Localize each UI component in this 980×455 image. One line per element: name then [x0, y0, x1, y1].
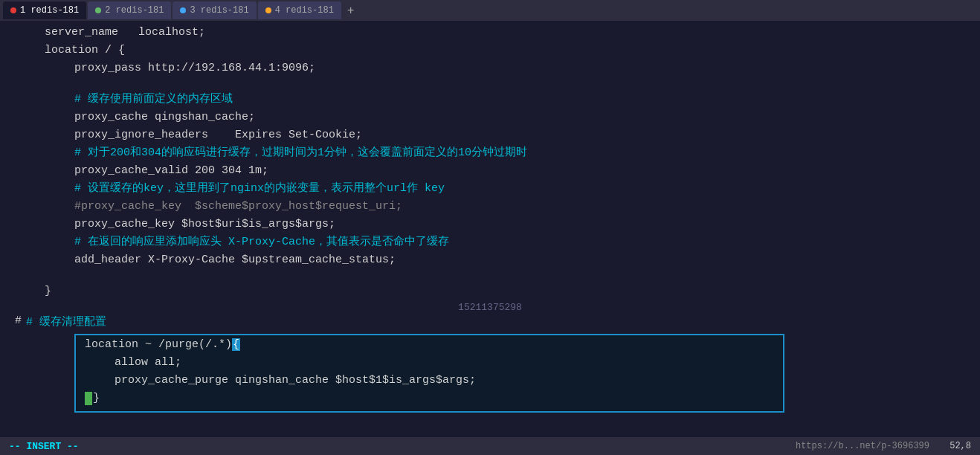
line-proxy-cache: proxy_cache qingshan_cache; [15, 109, 965, 126]
purge-line-3: proxy_cache_purge qingshan_cache $host$1… [85, 374, 774, 392]
cursor-highlight: { [232, 338, 240, 351]
tab-4-label: 4 redis-181 [275, 5, 334, 16]
code-content: server_name localhost; location / { prox… [0, 24, 980, 300]
tab-1-label: 1 redis-181 [20, 5, 79, 16]
line-comment-key: # 设置缓存的key，这里用到了nginx的内嵌变量，表示用整个url作 key [15, 180, 965, 198]
tab-3[interactable]: 3 redis-181 [173, 1, 256, 19]
purge-section: # # 缓存清理配置 location ~ /purge(/.*){ allow… [0, 314, 980, 413]
green-cursor [85, 392, 92, 405]
position-display: 52,8 [950, 441, 971, 451]
tab-1[interactable]: 1 redis-181 [3, 1, 86, 19]
insert-mode-label: -- INSERT -- [9, 441, 79, 452]
purge-close-line: } [85, 392, 774, 410]
line-close-brace: } [15, 283, 965, 300]
line-add-header: add_header X-Proxy-Cache $upstream_cache… [15, 251, 965, 269]
empty-line-1 [15, 77, 965, 91]
purge-line-2: allow all; [85, 356, 774, 374]
line-cache-key-active: proxy_cache_key $host$uri$is_args$args; [15, 216, 965, 233]
empty-line-2 [15, 269, 965, 283]
line-comment-header: # 在返回的响应里添加响应头 X-Proxy-Cache，其值表示是否命中了缓存 [15, 233, 965, 251]
line-comment-cache: # 缓存使用前面定义的内存区域 [15, 91, 965, 109]
tab-3-label: 3 redis-181 [190, 5, 248, 16]
url-display: https://b...net/p-3696399 [796, 441, 929, 451]
purge-comment-line: # # 缓存清理配置 [15, 314, 965, 332]
purge-line-1: location ~ /purge(/.*){ [85, 338, 774, 356]
purge-block: location ~ /purge(/.*){ allow all; proxy… [74, 334, 784, 413]
line-proxy-pass: proxy_pass http://192.168.44.1:9096; [15, 59, 965, 77]
cursor-position: https://b...net/p-3696399 52,8 [796, 441, 971, 451]
tab-bar: 1 redis-181 2 redis-181 3 redis-181 4 re… [0, 0, 980, 21]
tab-2[interactable]: 2 redis-181 [88, 1, 171, 19]
line-comment-200: # 对于200和304的响应码进行缓存，过期时间为1分钟，这会覆盖前面定义的10… [15, 144, 965, 162]
tab-4-dot [265, 7, 271, 13]
editor-area: server_name localhost; location / { prox… [0, 21, 980, 437]
line-proxy-ignore: proxy_ignore_headers Expires Set-Cookie; [15, 126, 965, 144]
line-cache-key-commented: #proxy_cache_key $scheme$proxy_host$requ… [15, 198, 965, 216]
watermark: 15211375298 [0, 300, 980, 314]
line-cache-valid: proxy_cache_valid 200 304 1m; [15, 162, 965, 180]
tab-4[interactable]: 4 redis-181 [258, 1, 341, 19]
tab-2-label: 2 redis-181 [105, 5, 164, 16]
tab-add-button[interactable]: + [343, 4, 358, 17]
status-bar: -- INSERT -- https://b...net/p-3696399 5… [0, 437, 980, 455]
line-location: location / { [15, 42, 965, 59]
tab-3-dot [180, 7, 186, 13]
line-server-name: server_name localhost; [15, 24, 965, 42]
tab-2-dot [95, 7, 101, 13]
tab-1-dot [10, 7, 16, 13]
